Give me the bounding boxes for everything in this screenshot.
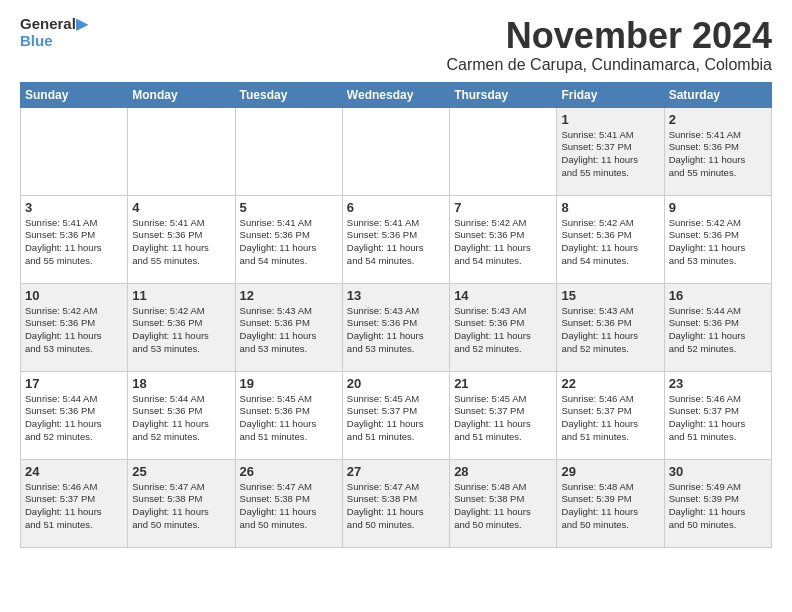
calendar-cell: 21Sunrise: 5:45 AM Sunset: 5:37 PM Dayli…: [450, 371, 557, 459]
day-info: Sunrise: 5:47 AM Sunset: 5:38 PM Dayligh…: [240, 481, 338, 532]
day-info: Sunrise: 5:45 AM Sunset: 5:36 PM Dayligh…: [240, 393, 338, 444]
calendar-cell: 10Sunrise: 5:42 AM Sunset: 5:36 PM Dayli…: [21, 283, 128, 371]
day-info: Sunrise: 5:46 AM Sunset: 5:37 PM Dayligh…: [561, 393, 659, 444]
calendar-cell: 28Sunrise: 5:48 AM Sunset: 5:38 PM Dayli…: [450, 459, 557, 547]
calendar-cell: 12Sunrise: 5:43 AM Sunset: 5:36 PM Dayli…: [235, 283, 342, 371]
calendar-cell: [128, 107, 235, 195]
day-info: Sunrise: 5:41 AM Sunset: 5:36 PM Dayligh…: [240, 217, 338, 268]
day-info: Sunrise: 5:45 AM Sunset: 5:37 PM Dayligh…: [347, 393, 445, 444]
day-number: 10: [25, 288, 123, 303]
day-number: 30: [669, 464, 767, 479]
day-info: Sunrise: 5:47 AM Sunset: 5:38 PM Dayligh…: [347, 481, 445, 532]
day-info: Sunrise: 5:43 AM Sunset: 5:36 PM Dayligh…: [454, 305, 552, 356]
calendar-cell: [235, 107, 342, 195]
day-number: 25: [132, 464, 230, 479]
calendar-cell: 5Sunrise: 5:41 AM Sunset: 5:36 PM Daylig…: [235, 195, 342, 283]
title-block: November 2024 Carmen de Carupa, Cundinam…: [447, 16, 773, 74]
calendar-cell: 15Sunrise: 5:43 AM Sunset: 5:36 PM Dayli…: [557, 283, 664, 371]
calendar-cell: 24Sunrise: 5:46 AM Sunset: 5:37 PM Dayli…: [21, 459, 128, 547]
day-number: 6: [347, 200, 445, 215]
calendar-cell: [342, 107, 449, 195]
calendar-cell: 4Sunrise: 5:41 AM Sunset: 5:36 PM Daylig…: [128, 195, 235, 283]
calendar-cell: [450, 107, 557, 195]
day-number: 9: [669, 200, 767, 215]
calendar-week-row: 3Sunrise: 5:41 AM Sunset: 5:36 PM Daylig…: [21, 195, 772, 283]
day-info: Sunrise: 5:41 AM Sunset: 5:36 PM Dayligh…: [669, 129, 767, 180]
day-number: 18: [132, 376, 230, 391]
day-number: 12: [240, 288, 338, 303]
day-info: Sunrise: 5:41 AM Sunset: 5:37 PM Dayligh…: [561, 129, 659, 180]
logo: General▶ Blue: [20, 16, 88, 49]
day-number: 16: [669, 288, 767, 303]
calendar-cell: 17Sunrise: 5:44 AM Sunset: 5:36 PM Dayli…: [21, 371, 128, 459]
calendar-cell: 23Sunrise: 5:46 AM Sunset: 5:37 PM Dayli…: [664, 371, 771, 459]
day-number: 8: [561, 200, 659, 215]
calendar-cell: 29Sunrise: 5:48 AM Sunset: 5:39 PM Dayli…: [557, 459, 664, 547]
day-info: Sunrise: 5:46 AM Sunset: 5:37 PM Dayligh…: [669, 393, 767, 444]
day-number: 27: [347, 464, 445, 479]
calendar-week-row: 1Sunrise: 5:41 AM Sunset: 5:37 PM Daylig…: [21, 107, 772, 195]
calendar-week-row: 10Sunrise: 5:42 AM Sunset: 5:36 PM Dayli…: [21, 283, 772, 371]
day-number: 14: [454, 288, 552, 303]
logo-general-text: General▶: [20, 16, 88, 33]
day-info: Sunrise: 5:42 AM Sunset: 5:36 PM Dayligh…: [454, 217, 552, 268]
calendar-cell: 30Sunrise: 5:49 AM Sunset: 5:39 PM Dayli…: [664, 459, 771, 547]
day-info: Sunrise: 5:44 AM Sunset: 5:36 PM Dayligh…: [25, 393, 123, 444]
calendar-cell: 8Sunrise: 5:42 AM Sunset: 5:36 PM Daylig…: [557, 195, 664, 283]
day-number: 20: [347, 376, 445, 391]
calendar-cell: [21, 107, 128, 195]
day-info: Sunrise: 5:43 AM Sunset: 5:36 PM Dayligh…: [347, 305, 445, 356]
day-info: Sunrise: 5:47 AM Sunset: 5:38 PM Dayligh…: [132, 481, 230, 532]
day-info: Sunrise: 5:44 AM Sunset: 5:36 PM Dayligh…: [132, 393, 230, 444]
calendar-table: SundayMondayTuesdayWednesdayThursdayFrid…: [20, 82, 772, 548]
day-info: Sunrise: 5:46 AM Sunset: 5:37 PM Dayligh…: [25, 481, 123, 532]
logo-blue-text: Blue: [20, 33, 88, 50]
day-info: Sunrise: 5:48 AM Sunset: 5:38 PM Dayligh…: [454, 481, 552, 532]
calendar-day-header: Saturday: [664, 82, 771, 107]
calendar-day-header: Sunday: [21, 82, 128, 107]
page-header: General▶ Blue November 2024 Carmen de Ca…: [20, 16, 772, 74]
calendar-cell: 16Sunrise: 5:44 AM Sunset: 5:36 PM Dayli…: [664, 283, 771, 371]
calendar-cell: 7Sunrise: 5:42 AM Sunset: 5:36 PM Daylig…: [450, 195, 557, 283]
day-info: Sunrise: 5:42 AM Sunset: 5:36 PM Dayligh…: [132, 305, 230, 356]
month-title: November 2024: [447, 16, 773, 56]
day-info: Sunrise: 5:42 AM Sunset: 5:36 PM Dayligh…: [25, 305, 123, 356]
day-number: 7: [454, 200, 552, 215]
calendar-cell: 18Sunrise: 5:44 AM Sunset: 5:36 PM Dayli…: [128, 371, 235, 459]
calendar-day-header: Thursday: [450, 82, 557, 107]
day-number: 19: [240, 376, 338, 391]
calendar-cell: 22Sunrise: 5:46 AM Sunset: 5:37 PM Dayli…: [557, 371, 664, 459]
calendar-week-row: 24Sunrise: 5:46 AM Sunset: 5:37 PM Dayli…: [21, 459, 772, 547]
calendar-cell: 6Sunrise: 5:41 AM Sunset: 5:36 PM Daylig…: [342, 195, 449, 283]
calendar-cell: 2Sunrise: 5:41 AM Sunset: 5:36 PM Daylig…: [664, 107, 771, 195]
day-number: 28: [454, 464, 552, 479]
calendar-cell: 1Sunrise: 5:41 AM Sunset: 5:37 PM Daylig…: [557, 107, 664, 195]
calendar-cell: 20Sunrise: 5:45 AM Sunset: 5:37 PM Dayli…: [342, 371, 449, 459]
day-number: 1: [561, 112, 659, 127]
day-info: Sunrise: 5:42 AM Sunset: 5:36 PM Dayligh…: [669, 217, 767, 268]
calendar-day-header: Tuesday: [235, 82, 342, 107]
calendar-cell: 3Sunrise: 5:41 AM Sunset: 5:36 PM Daylig…: [21, 195, 128, 283]
day-info: Sunrise: 5:42 AM Sunset: 5:36 PM Dayligh…: [561, 217, 659, 268]
day-number: 24: [25, 464, 123, 479]
calendar-cell: 27Sunrise: 5:47 AM Sunset: 5:38 PM Dayli…: [342, 459, 449, 547]
day-info: Sunrise: 5:41 AM Sunset: 5:36 PM Dayligh…: [347, 217, 445, 268]
calendar-header-row: SundayMondayTuesdayWednesdayThursdayFrid…: [21, 82, 772, 107]
day-number: 4: [132, 200, 230, 215]
day-info: Sunrise: 5:43 AM Sunset: 5:36 PM Dayligh…: [240, 305, 338, 356]
day-info: Sunrise: 5:41 AM Sunset: 5:36 PM Dayligh…: [132, 217, 230, 268]
day-number: 29: [561, 464, 659, 479]
day-number: 26: [240, 464, 338, 479]
day-info: Sunrise: 5:41 AM Sunset: 5:36 PM Dayligh…: [25, 217, 123, 268]
day-number: 22: [561, 376, 659, 391]
calendar-cell: 26Sunrise: 5:47 AM Sunset: 5:38 PM Dayli…: [235, 459, 342, 547]
day-info: Sunrise: 5:43 AM Sunset: 5:36 PM Dayligh…: [561, 305, 659, 356]
calendar-cell: 11Sunrise: 5:42 AM Sunset: 5:36 PM Dayli…: [128, 283, 235, 371]
day-number: 5: [240, 200, 338, 215]
calendar-cell: 19Sunrise: 5:45 AM Sunset: 5:36 PM Dayli…: [235, 371, 342, 459]
calendar-day-header: Monday: [128, 82, 235, 107]
day-number: 11: [132, 288, 230, 303]
day-number: 17: [25, 376, 123, 391]
day-number: 2: [669, 112, 767, 127]
calendar-day-header: Wednesday: [342, 82, 449, 107]
